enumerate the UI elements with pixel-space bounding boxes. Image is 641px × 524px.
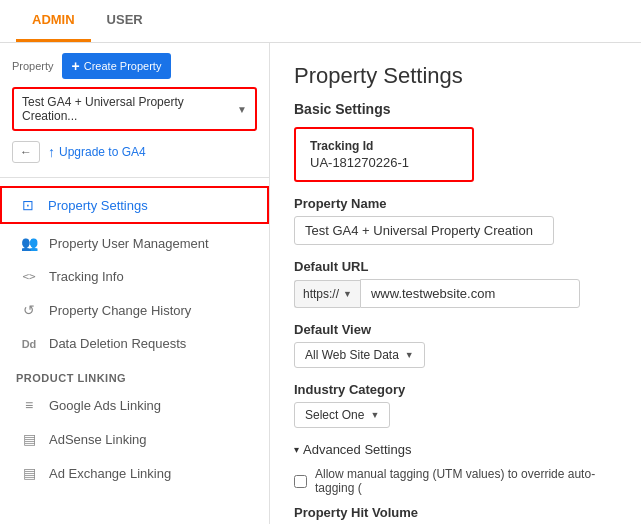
property-header: Property + Create Property [0,43,269,87]
sidebar-item-property-change-history[interactable]: ↺ Property Change History [0,293,269,327]
content-area: Property Settings Basic Settings Trackin… [270,43,641,524]
data-deletion-icon: Dd [19,338,39,350]
sidebar-item-adsense-linking[interactable]: ▤ AdSense Linking [0,422,269,456]
property-hit-volume-label: Property Hit Volume [294,505,617,520]
sidebar-item-tracking-info-label: Tracking Info [49,269,124,284]
url-row: https:// ▼ [294,279,617,308]
google-ads-icon: ≡ [19,397,39,413]
upgrade-to-ga4-link[interactable]: ↑ Upgrade to GA4 [48,144,146,160]
sidebar-item-google-ads-label: Google Ads Linking [49,398,161,413]
tracking-id-label: Tracking Id [310,139,458,153]
industry-category-value: Select One [305,408,364,422]
advanced-settings-arrow-icon: ▾ [294,444,299,455]
sidebar-item-change-history-label: Property Change History [49,303,191,318]
chevron-down-icon: ▼ [237,104,247,115]
property-dropdown-value: Test GA4 + Universal Property Creation..… [22,95,237,123]
default-view-select[interactable]: All Web Site Data ▼ [294,342,425,368]
adsense-icon: ▤ [19,431,39,447]
allow-manual-tagging-row: Allow manual tagging (UTM values) to ove… [294,467,617,495]
industry-category-chevron-icon: ▼ [370,410,379,420]
upgrade-label: Upgrade to GA4 [59,145,146,159]
default-view-field-group: Default View All Web Site Data ▼ [294,322,617,368]
sidebar-item-tracking-info[interactable]: <> Tracking Info [0,260,269,293]
create-property-button[interactable]: + Create Property [62,53,172,79]
main-layout: Property + Create Property Test GA4 + Un… [0,43,641,524]
industry-category-select[interactable]: Select One ▼ [294,402,390,428]
default-view-chevron-icon: ▼ [405,350,414,360]
tracking-info-icon: <> [19,270,39,283]
upgrade-icon: ↑ [48,144,55,160]
default-url-label: Default URL [294,259,617,274]
tracking-id-box: Tracking Id UA-181270226-1 [294,127,474,182]
product-linking-section-label: PRODUCT LINKING [0,360,269,388]
property-settings-icon: ⊡ [18,197,38,213]
sidebar-item-google-ads-linking[interactable]: ≡ Google Ads Linking [0,388,269,422]
industry-category-field-group: Industry Category Select One ▼ [294,382,617,428]
advanced-settings-label: Advanced Settings [303,442,411,457]
url-prefix-select[interactable]: https:// ▼ [294,280,360,308]
sidebar-item-property-settings[interactable]: ⊡ Property Settings [0,186,269,224]
property-name-label: Property Name [294,196,617,211]
default-view-value: All Web Site Data [305,348,399,362]
sidebar: Property + Create Property Test GA4 + Un… [0,43,270,524]
divider-1 [0,177,269,178]
property-name-input[interactable] [294,216,554,245]
sidebar-action-row: ← ↑ Upgrade to GA4 [0,135,269,169]
tab-user[interactable]: USER [91,0,159,42]
property-dropdown-wrapper: Test GA4 + Universal Property Creation..… [12,87,257,131]
sidebar-item-data-deletion-requests[interactable]: Dd Data Deletion Requests [0,327,269,360]
url-chevron-icon: ▼ [343,289,352,299]
basic-settings-label: Basic Settings [294,101,617,117]
top-tabs-bar: ADMIN USER [0,0,641,43]
property-label: Property [12,60,54,72]
create-property-label: Create Property [84,60,162,72]
industry-category-label: Industry Category [294,382,617,397]
user-management-icon: 👥 [19,235,39,251]
back-button[interactable]: ← [12,141,40,163]
sidebar-item-adsense-label: AdSense Linking [49,432,147,447]
page-title: Property Settings [294,63,617,89]
default-view-label: Default View [294,322,617,337]
sidebar-item-property-settings-label: Property Settings [48,198,148,213]
advanced-settings-toggle[interactable]: ▾ Advanced Settings [294,442,617,457]
sidebar-item-user-management-label: Property User Management [49,236,209,251]
allow-manual-tagging-checkbox[interactable] [294,475,307,488]
change-history-icon: ↺ [19,302,39,318]
sidebar-item-ad-exchange-label: Ad Exchange Linking [49,466,171,481]
property-dropdown[interactable]: Test GA4 + Universal Property Creation..… [12,87,257,131]
plus-icon: + [72,58,80,74]
sidebar-item-property-user-management[interactable]: 👥 Property User Management [0,226,269,260]
ad-exchange-icon: ▤ [19,465,39,481]
url-input[interactable] [360,279,580,308]
default-url-field-group: Default URL https:// ▼ [294,259,617,308]
allow-manual-tagging-label: Allow manual tagging (UTM values) to ove… [315,467,617,495]
sidebar-item-ad-exchange-linking[interactable]: ▤ Ad Exchange Linking [0,456,269,490]
url-prefix-value: https:// [303,287,339,301]
property-name-field-group: Property Name [294,196,617,245]
tab-admin[interactable]: ADMIN [16,0,91,42]
tracking-id-value: UA-181270226-1 [310,155,458,170]
sidebar-item-data-deletion-label: Data Deletion Requests [49,336,186,351]
